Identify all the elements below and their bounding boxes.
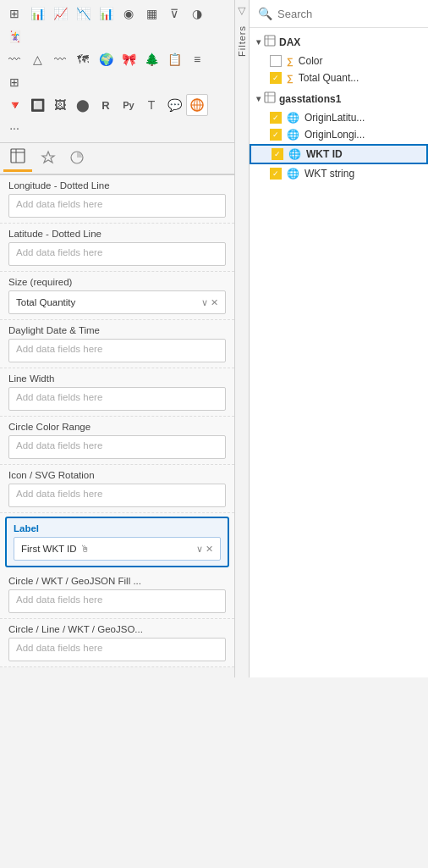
field-drop-icon-rotation[interactable]: Add data fields here bbox=[8, 484, 226, 507]
field-group-longitude-dotted: Longitude - Dotted Line Add data fields … bbox=[0, 175, 234, 224]
icon-r[interactable]: R bbox=[95, 94, 117, 116]
svg-rect-8 bbox=[265, 36, 275, 46]
icon-funnel[interactable]: ⊽ bbox=[163, 3, 185, 25]
tree-item-color[interactable]: ∑ Color bbox=[250, 53, 428, 69]
icon-kpi[interactable]: 📋 bbox=[163, 48, 185, 70]
icon-globe-custom[interactable] bbox=[186, 94, 208, 116]
field-drop-circle-wkt-fill[interactable]: Add data fields here bbox=[8, 589, 226, 613]
field-group-line-width: Line Width Add data fields here bbox=[0, 368, 234, 417]
field-label-circle-line-wkt: Circle / Line / WKT / GeoJSO... bbox=[8, 624, 226, 634]
field-drop-circle-line-wkt[interactable]: Add data fields here bbox=[8, 638, 226, 661]
field-drop-circle-color[interactable]: Add data fields here bbox=[8, 435, 226, 459]
field-label-label: Label bbox=[14, 523, 221, 534]
origin-long-label: OriginLongi... bbox=[305, 129, 365, 141]
icon-table[interactable]: ⊞ bbox=[3, 3, 25, 25]
wkt-string-checkbox[interactable]: ✓ bbox=[270, 168, 282, 180]
icon-filter[interactable]: 🔻 bbox=[3, 94, 25, 116]
field-group-daylight: Daylight Date & Time Add data fields her… bbox=[0, 320, 234, 368]
tree-item-total-quant[interactable]: ✓ ∑ Total Quant... bbox=[250, 69, 428, 86]
field-label-daylight: Daylight Date & Time bbox=[8, 325, 226, 335]
icon-ribbon[interactable]: 🎀 bbox=[118, 48, 140, 70]
field-label-longitude-dotted: Longitude - Dotted Line bbox=[8, 180, 226, 191]
tree-item-wkt-string[interactable]: ✓ 🌐 WKT string bbox=[250, 165, 428, 182]
total-quant-label: Total Quant... bbox=[299, 72, 359, 84]
field-label-size: Size (required) bbox=[8, 277, 226, 287]
search-icon: 🔍 bbox=[258, 7, 272, 20]
chevron-down-icon-gas: ▾ bbox=[256, 94, 261, 103]
icon-waterfall[interactable]: △ bbox=[26, 48, 48, 70]
icon-pie[interactable]: ◉ bbox=[118, 3, 140, 25]
origin-lat-label: OriginLatitu... bbox=[305, 112, 365, 124]
field-group-icon-rotation: Icon / SVG Rotation Add data fields here bbox=[0, 465, 234, 513]
chevron-down-icon: ▾ bbox=[256, 37, 261, 47]
icon-bubble[interactable]: 💬 bbox=[163, 94, 185, 116]
icon-combo[interactable]: 〰 bbox=[3, 48, 25, 70]
icon-text[interactable]: T bbox=[140, 94, 162, 116]
field-label-circle-color: Circle Color Range bbox=[8, 422, 226, 432]
icon-barchart[interactable]: 📊 bbox=[26, 3, 48, 25]
search-input[interactable] bbox=[277, 8, 420, 20]
globe-icon-wkt-id: 🌐 bbox=[288, 148, 301, 160]
field-drop-longitude-dotted[interactable]: Add data fields here bbox=[8, 194, 226, 218]
filters-label: Filters bbox=[237, 25, 247, 57]
icon-shape[interactable]: 🔲 bbox=[26, 94, 48, 116]
wkt-string-label: WKT string bbox=[305, 168, 354, 180]
icon-decomp[interactable]: 🌲 bbox=[140, 48, 162, 70]
gasstations-label: gasstations1 bbox=[279, 93, 341, 105]
icon-py[interactable]: Py bbox=[118, 94, 140, 116]
origin-lat-checkbox[interactable]: ✓ bbox=[270, 112, 282, 124]
tree-item-wkt-id[interactable]: ✓ 🌐 WKT ID bbox=[250, 144, 428, 164]
dax-label: DAX bbox=[279, 36, 300, 48]
field-drop-line-width[interactable]: Add data fields here bbox=[8, 387, 226, 411]
origin-long-checkbox[interactable]: ✓ bbox=[270, 129, 282, 141]
icon-funnel2[interactable]: 〰 bbox=[49, 48, 71, 70]
icon-map[interactable]: 🗺 bbox=[72, 48, 94, 70]
calc-icon-total: ∑ bbox=[287, 73, 294, 83]
field-group-circle-wkt-fill: Circle / WKT / GeoJSON Fill ... Add data… bbox=[0, 571, 234, 619]
wkt-id-checkbox[interactable]: ✓ bbox=[272, 148, 283, 160]
globe-icon-long: 🌐 bbox=[287, 129, 299, 141]
svg-rect-4 bbox=[11, 149, 25, 163]
field-label-circle-wkt-fill: Circle / WKT / GeoJSON Fill ... bbox=[8, 576, 226, 586]
field-group-size: Size (required) Total Quantity ∨ ✕ bbox=[0, 272, 234, 320]
tree-item-origin-long[interactable]: ✓ 🌐 OriginLongi... bbox=[250, 126, 428, 143]
tree-section-dax: ▾ DAX ∑ Color bbox=[250, 31, 428, 86]
icon-areachart[interactable]: 📉 bbox=[72, 3, 94, 25]
field-drop-latitude-dotted[interactable]: Add data fields here bbox=[8, 242, 226, 266]
tab-format[interactable] bbox=[34, 147, 63, 171]
wkt-id-label: WKT ID bbox=[306, 148, 343, 160]
tab-analytics[interactable] bbox=[63, 147, 91, 171]
tab-fields[interactable] bbox=[3, 145, 32, 172]
filters-arrow-icon[interactable]: ◁ bbox=[234, 8, 246, 15]
color-checkbox[interactable] bbox=[270, 55, 282, 67]
icon-ellipsis[interactable]: ··· bbox=[3, 117, 25, 139]
field-group-label: Label First WKT ID 🖱 ∨ ✕ bbox=[5, 517, 229, 567]
globe-icon-lat: 🌐 bbox=[287, 112, 299, 124]
icon-scatter[interactable]: 📊 bbox=[95, 3, 117, 25]
dax-table-icon bbox=[264, 35, 276, 49]
icon-gauge[interactable]: ◑ bbox=[186, 3, 208, 25]
globe-icon-wkt-string: 🌐 bbox=[287, 168, 299, 180]
icon-circle[interactable]: ⬤ bbox=[72, 94, 94, 116]
field-label-latitude-dotted: Latitude - Dotted Line bbox=[8, 229, 226, 239]
total-quant-checkbox[interactable]: ✓ bbox=[270, 72, 282, 84]
field-drop-size[interactable]: Total Quantity ∨ ✕ bbox=[8, 290, 226, 314]
calc-icon-color: ∑ bbox=[287, 56, 294, 66]
icon-slicer[interactable]: ≡ bbox=[186, 48, 208, 70]
tree-item-origin-lat[interactable]: ✓ 🌐 OriginLatitu... bbox=[250, 109, 428, 126]
tree-section-gas-header[interactable]: ▾ gasstations1 bbox=[250, 88, 428, 109]
icon-treemap[interactable]: ▦ bbox=[140, 3, 162, 25]
tree-section-gasstations: ▾ gasstations1 ✓ 🌐 OriginLatitu... bbox=[250, 88, 428, 182]
field-group-latitude-dotted: Latitude - Dotted Line Add data fields h… bbox=[0, 224, 234, 272]
icon-linechart[interactable]: 📈 bbox=[49, 3, 71, 25]
field-group-circle-color: Circle Color Range Add data fields here bbox=[0, 417, 234, 465]
gas-table-icon bbox=[264, 91, 276, 106]
tree-section-dax-header[interactable]: ▾ DAX bbox=[250, 31, 428, 53]
color-label: Color bbox=[299, 55, 323, 67]
icon-matrix[interactable]: ⊞ bbox=[3, 71, 25, 93]
field-drop-label[interactable]: First WKT ID 🖱 ∨ ✕ bbox=[14, 537, 221, 561]
icon-card[interactable]: 🃏 bbox=[3, 25, 25, 47]
icon-image[interactable]: 🖼 bbox=[49, 94, 71, 116]
field-drop-daylight[interactable]: Add data fields here bbox=[8, 339, 226, 362]
icon-filledmap[interactable]: 🌍 bbox=[95, 48, 117, 70]
